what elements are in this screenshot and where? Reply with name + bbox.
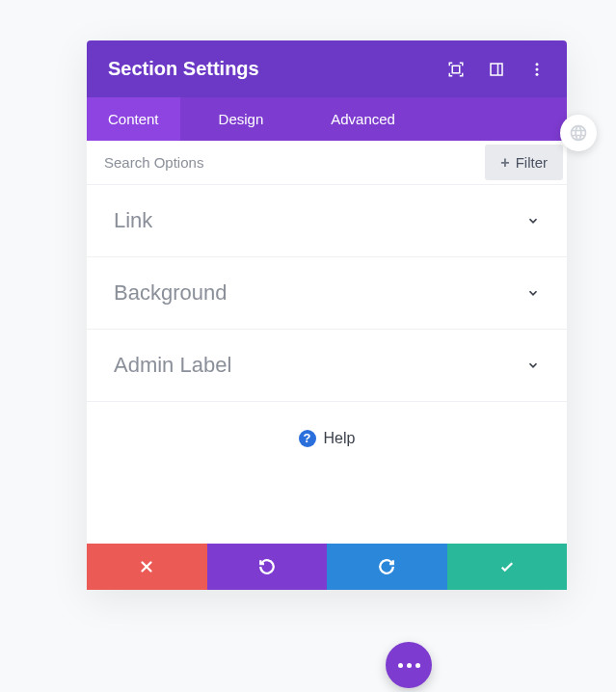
dots-icon: [398, 663, 420, 668]
help-label: Help: [324, 430, 356, 447]
help-icon: ?: [299, 430, 316, 447]
accordion-label: Background: [114, 280, 227, 306]
fab-button[interactable]: [386, 642, 432, 688]
globe-button[interactable]: [560, 115, 597, 151]
undo-icon: [258, 558, 276, 575]
svg-rect-1: [491, 64, 502, 75]
chevron-down-icon: [526, 286, 540, 300]
footer-actions: [87, 544, 567, 590]
svg-point-5: [536, 72, 539, 75]
accordion-admin-label[interactable]: Admin Label: [87, 330, 567, 402]
svg-rect-0: [452, 66, 460, 73]
redo-button[interactable]: [327, 544, 447, 590]
tab-design[interactable]: Design: [180, 97, 303, 141]
accordion-link[interactable]: Link: [87, 185, 567, 257]
expand-icon[interactable]: [447, 61, 465, 78]
close-icon: [138, 558, 155, 575]
undo-button[interactable]: [207, 544, 328, 590]
tab-bar: Content Design Advanced: [87, 97, 567, 141]
chevron-down-icon: [526, 359, 540, 372]
accordion-label: Link: [114, 208, 152, 233]
search-input[interactable]: [87, 141, 481, 184]
filter-label: Filter: [516, 154, 548, 171]
globe-icon: [569, 123, 588, 143]
filter-button[interactable]: + Filter: [485, 145, 563, 180]
panel-header: Section Settings: [87, 40, 567, 97]
search-row: + Filter: [87, 141, 567, 185]
panel-title: Section Settings: [108, 58, 447, 80]
svg-point-4: [536, 67, 539, 70]
tab-advanced[interactable]: Advanced: [302, 97, 424, 141]
help-button[interactable]: ? Help: [299, 430, 356, 447]
redo-icon: [378, 558, 395, 575]
accordion-background[interactable]: Background: [87, 257, 567, 330]
tab-content[interactable]: Content: [87, 97, 180, 141]
svg-point-3: [536, 63, 539, 66]
more-icon[interactable]: [528, 61, 546, 78]
check-icon: [498, 558, 516, 575]
header-actions: [447, 61, 546, 78]
settings-panel: Section Settings Content: [87, 40, 567, 590]
snap-icon[interactable]: [488, 61, 505, 78]
accordion-label: Admin Label: [114, 353, 231, 378]
chevron-down-icon: [526, 214, 540, 227]
help-row: ? Help: [87, 402, 567, 544]
plus-icon: +: [500, 154, 509, 172]
save-button[interactable]: [447, 544, 568, 590]
cancel-button[interactable]: [87, 544, 207, 590]
